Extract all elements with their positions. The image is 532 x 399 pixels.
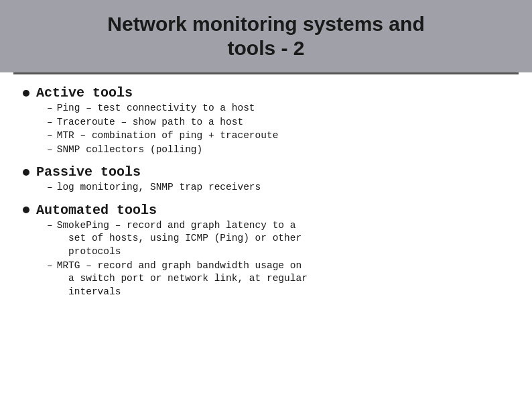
passive-tools-section: Passive tools – log monitoring, SNMP tra… (20, 164, 512, 194)
content-area: Active tools – Ping – test connectivity … (0, 74, 532, 399)
slide-title: Network monitoring systems and tools - 2 (20, 12, 512, 60)
passive-bullet-dot (23, 169, 29, 176)
passive-tools-items: – log monitoring, SNMP trap receivers (47, 181, 512, 194)
item-text: SNMP collectors (polling) (57, 144, 512, 157)
title-line2: tools - 2 (227, 37, 304, 59)
automated-bullet-dot (23, 207, 29, 213)
list-item: – log monitoring, SNMP trap receivers (47, 181, 512, 194)
list-item: – Ping – test connectivity to a host (47, 102, 512, 115)
item-text: Traceroute – show path to a host (57, 116, 512, 129)
active-bullet-dot (23, 90, 29, 97)
slide: Network monitoring systems and tools - 2… (0, 0, 532, 399)
passive-tools-title: Passive tools (36, 164, 141, 180)
dash-icon: – (47, 116, 53, 129)
title-line1: Network monitoring systems and (107, 13, 424, 35)
automated-tools-header: Automated tools (20, 203, 512, 218)
dash-icon: – (47, 219, 53, 259)
item-text: log monitoring, SNMP trap receivers (57, 181, 512, 194)
active-tools-header: Active tools (20, 85, 512, 101)
dash-icon: – (47, 260, 53, 299)
item-text: MTR – combination of ping + traceroute (57, 129, 512, 143)
item-text: SmokePing – record and graph latency to … (57, 219, 512, 259)
automated-tools-section: Automated tools – SmokePing – record and… (20, 203, 512, 298)
dash-icon: – (47, 144, 53, 157)
dash-icon: – (47, 129, 53, 143)
active-tools-title: Active tools (36, 85, 133, 101)
dash-icon: – (47, 181, 53, 194)
item-text: MRTG – record and graph bandwidth usage … (57, 260, 512, 299)
title-bar: Network monitoring systems and tools - 2 (0, 0, 532, 72)
item-text: Ping – test connectivity to a host (57, 102, 512, 115)
automated-tools-items: – SmokePing – record and graph latency t… (47, 219, 512, 298)
list-item: – SmokePing – record and graph latency t… (47, 219, 512, 259)
active-tools-items: – Ping – test connectivity to a host – T… (47, 102, 512, 156)
list-item: – Traceroute – show path to a host (47, 116, 512, 129)
list-item: – SNMP collectors (polling) (47, 144, 512, 157)
dash-icon: – (47, 102, 53, 115)
list-item: – MTR – combination of ping + traceroute (47, 129, 512, 143)
list-item: – MRTG – record and graph bandwidth usag… (47, 260, 512, 299)
passive-tools-header: Passive tools (20, 164, 512, 180)
active-tools-section: Active tools – Ping – test connectivity … (20, 85, 512, 156)
automated-tools-title: Automated tools (36, 203, 157, 218)
